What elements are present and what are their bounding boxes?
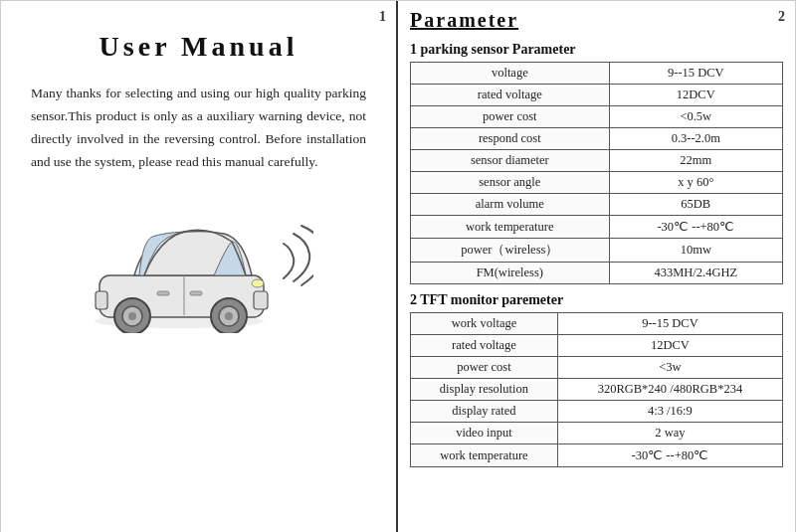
table-row: FM(wireless)433MH/2.4GHZ bbox=[411, 263, 783, 284]
table-row: sensor diameter22mm bbox=[411, 150, 783, 172]
table-row: power cost<0.5w bbox=[411, 106, 783, 128]
intro-paragraph: Many thanks for selecting and using our … bbox=[26, 83, 371, 174]
table-row: work temperature-30℃ --+80℃ bbox=[411, 444, 783, 467]
table-row: work temperature-30℃ --+80℃ bbox=[411, 216, 783, 239]
car-illustration bbox=[26, 204, 371, 333]
svg-point-4 bbox=[225, 312, 233, 320]
table-row: rated voltage12DCV bbox=[411, 85, 783, 106]
parameter-title: Parameter bbox=[410, 9, 783, 32]
svg-rect-11 bbox=[190, 291, 202, 295]
table-row: voltage9--15 DCV bbox=[411, 63, 783, 85]
table-row: sensor anglex y 60° bbox=[411, 172, 783, 194]
svg-point-7 bbox=[128, 312, 136, 320]
table-row: video input2 way bbox=[411, 423, 783, 444]
page-number-right: 2 bbox=[778, 9, 785, 25]
svg-rect-9 bbox=[96, 291, 107, 309]
table-row: display resolution320RGB*240 /480RGB*234 bbox=[411, 379, 783, 401]
section1-heading: 1 parking sensor Parameter bbox=[410, 42, 783, 58]
page-container: 1 User Manual Many thanks for selecting … bbox=[0, 0, 796, 532]
car-svg bbox=[85, 204, 313, 333]
tft-monitor-table: work voltage9--15 DCVrated voltage12DCVp… bbox=[410, 312, 783, 467]
svg-rect-12 bbox=[157, 291, 169, 295]
table-row: rated voltage12DCV bbox=[411, 335, 783, 357]
table-row: respond cost0.3--2.0m bbox=[411, 128, 783, 150]
table-row: work voltage9--15 DCV bbox=[411, 313, 783, 335]
svg-point-13 bbox=[252, 279, 264, 287]
table-row: power cost<3w bbox=[411, 357, 783, 379]
car-svg-container bbox=[85, 204, 313, 333]
left-panel: 1 User Manual Many thanks for selecting … bbox=[1, 1, 398, 532]
page-number-left: 1 bbox=[379, 9, 386, 25]
right-panel: 2 Parameter 1 parking sensor Parameter v… bbox=[398, 1, 795, 532]
table-row: display rated4:3 /16:9 bbox=[411, 401, 783, 423]
table-row: alarm volume65DB bbox=[411, 194, 783, 216]
parking-sensor-table: voltage9--15 DCVrated voltage12DCVpower … bbox=[410, 62, 783, 284]
section2-heading: 2 TFT monitor paremeter bbox=[410, 292, 783, 308]
svg-rect-8 bbox=[254, 291, 268, 309]
user-manual-title: User Manual bbox=[26, 31, 371, 63]
table-row: power（wireless）10mw bbox=[411, 239, 783, 263]
